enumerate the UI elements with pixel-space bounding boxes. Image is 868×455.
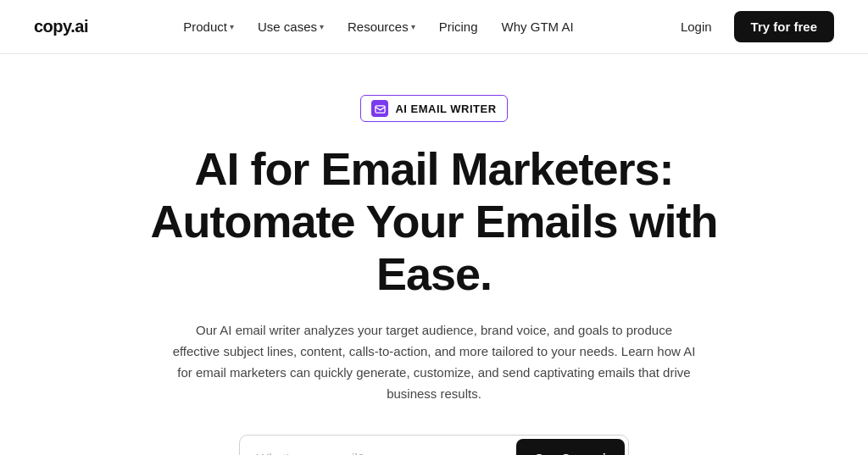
logo[interactable]: copy.ai — [34, 17, 88, 36]
hero-subtext: Our AI email writer analyzes your target… — [171, 320, 697, 404]
nav-label-use-cases: Use cases — [258, 19, 317, 34]
nav-item-why-gtm[interactable]: Why GTM AI — [493, 14, 582, 39]
email-writer-icon — [371, 100, 388, 117]
badge-text: AI EMAIL WRITER — [395, 103, 496, 115]
svg-rect-0 — [376, 105, 385, 112]
badge: AI EMAIL WRITER — [360, 95, 507, 122]
nav-item-resources[interactable]: Resources ▾ — [339, 14, 424, 39]
email-form: See Copy.ai — [239, 435, 629, 455]
chevron-down-icon: ▾ — [411, 22, 415, 31]
nav-label-pricing: Pricing — [439, 19, 478, 34]
nav-item-pricing[interactable]: Pricing — [431, 14, 487, 39]
try-for-free-button[interactable]: Try for free — [734, 11, 834, 42]
nav-links: Product ▾ Use cases ▾ Resources ▾ Pricin… — [175, 14, 581, 39]
nav-label-why-gtm: Why GTM AI — [502, 19, 574, 34]
chevron-down-icon: ▾ — [230, 22, 234, 31]
navbar: copy.ai Product ▾ Use cases ▾ Resources … — [0, 0, 868, 54]
see-copyai-button[interactable]: See Copy.ai — [516, 439, 625, 455]
nav-item-use-cases[interactable]: Use cases ▾ — [249, 14, 332, 39]
nav-actions: Login Try for free — [669, 11, 834, 42]
nav-label-resources: Resources — [348, 19, 409, 34]
email-input[interactable] — [240, 438, 513, 455]
chevron-down-icon: ▾ — [320, 22, 324, 31]
login-button[interactable]: Login — [669, 13, 724, 41]
hero-headline: AI for Email Marketers: Automate Your Em… — [137, 142, 731, 300]
nav-item-product[interactable]: Product ▾ — [175, 14, 242, 39]
nav-label-product: Product — [183, 19, 227, 34]
hero-section: AI EMAIL WRITER AI for Email Marketers: … — [0, 54, 868, 455]
